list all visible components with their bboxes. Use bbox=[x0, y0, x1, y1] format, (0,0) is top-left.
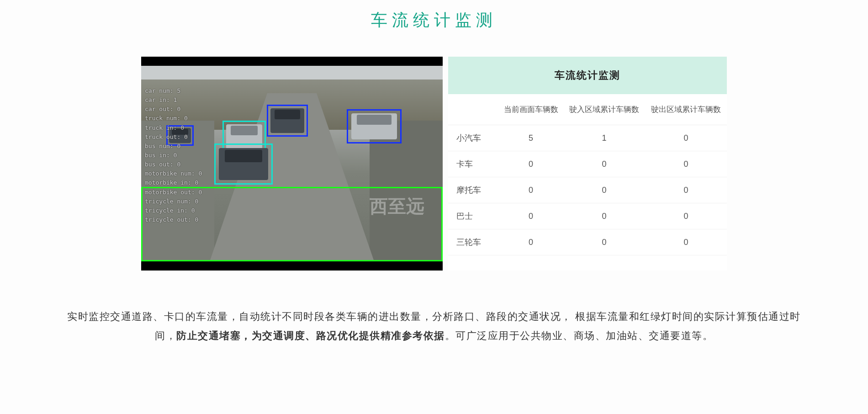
video-stats-overlay: car num: 5car in: 1car out: 0truck num: … bbox=[145, 86, 202, 224]
overlay-line: bus num: 0 bbox=[145, 142, 202, 151]
table-cell: 0 bbox=[645, 229, 727, 255]
stats-table-panel: 车流统计监测 当前画面车辆数 驶入区域累计车辆数 驶出区域累计车辆数 小汽车51… bbox=[448, 57, 727, 271]
overlay-line: truck in: 0 bbox=[145, 123, 202, 133]
table-row: 三轮车000 bbox=[448, 229, 727, 255]
desc-part3: 。可广泛应用于公共物业、商场、加油站、交通要道等。 bbox=[445, 330, 714, 341]
table-cell: 0 bbox=[645, 203, 727, 229]
table-cell: 0 bbox=[563, 229, 645, 255]
overlay-line: truck out: 0 bbox=[145, 133, 202, 142]
stats-table: 当前画面车辆数 驶入区域累计车辆数 驶出区域累计车辆数 小汽车510卡车000摩… bbox=[448, 94, 727, 255]
detection-box bbox=[267, 105, 308, 137]
table-cell: 摩托车 bbox=[448, 177, 498, 203]
overlay-line: motorbike out: 0 bbox=[145, 188, 202, 197]
scene-sky bbox=[141, 66, 443, 80]
table-header-current: 当前画面车辆数 bbox=[498, 94, 563, 125]
table-cell: 0 bbox=[645, 125, 727, 151]
table-cell: 0 bbox=[498, 203, 563, 229]
table-cell: 巴士 bbox=[448, 203, 498, 229]
page-title: 车流统计监测 bbox=[0, 9, 868, 32]
description-text: 实时监控交通道路、卡口的车流量，自动统计不同时段各类车辆的进出数量，分析路口、路… bbox=[0, 307, 868, 345]
table-row: 卡车000 bbox=[448, 151, 727, 177]
table-cell: 0 bbox=[563, 151, 645, 177]
video-panel: 西至远 car num: 5car in: 1car out: 0truck n… bbox=[141, 57, 443, 271]
overlay-line: tricycle out: 0 bbox=[145, 215, 202, 224]
overlay-line: bus out: 0 bbox=[145, 160, 202, 169]
overlay-line: tricycle num: 0 bbox=[145, 197, 202, 206]
table-cell: 0 bbox=[498, 177, 563, 203]
car-icon bbox=[219, 148, 268, 180]
table-header-blank bbox=[448, 94, 498, 125]
table-header-in: 驶入区域累计车辆数 bbox=[563, 94, 645, 125]
table-cell: 0 bbox=[498, 151, 563, 177]
overlay-line: motorbike in: 0 bbox=[145, 178, 202, 187]
desc-bold: 防止交通堵塞，为交通调度、路况优化提供精准参考依据 bbox=[176, 330, 445, 341]
car-icon bbox=[270, 108, 304, 133]
detection-box bbox=[214, 143, 273, 185]
desc-part1: 实时监控交通道路、卡口的车流量，自动统计不同时段各类车辆的进出数量，分析路口、路… bbox=[67, 311, 572, 322]
table-header-row: 当前画面车辆数 驶入区域累计车辆数 驶出区域累计车辆数 bbox=[448, 94, 727, 125]
table-cell: 卡车 bbox=[448, 151, 498, 177]
detection-box bbox=[347, 109, 402, 143]
overlay-line: car num: 5 bbox=[145, 86, 202, 96]
video-scene: 西至远 car num: 5car in: 1car out: 0truck n… bbox=[141, 66, 443, 261]
table-row: 小汽车510 bbox=[448, 125, 727, 151]
car-icon bbox=[351, 113, 397, 140]
overlay-line: car in: 1 bbox=[145, 96, 202, 105]
table-cell: 0 bbox=[498, 229, 563, 255]
table-cell: 小汽车 bbox=[448, 125, 498, 151]
table-cell: 0 bbox=[645, 151, 727, 177]
overlay-line: bus in: 0 bbox=[145, 151, 202, 160]
table-cell: 三轮车 bbox=[448, 229, 498, 255]
table-row: 巴士000 bbox=[448, 203, 727, 229]
table-cell: 0 bbox=[563, 177, 645, 203]
table-cell: 5 bbox=[498, 125, 563, 151]
table-cell: 0 bbox=[645, 177, 727, 203]
overlay-line: motorbike num: 0 bbox=[145, 169, 202, 178]
table-header-out: 驶出区域累计车辆数 bbox=[645, 94, 727, 125]
table-cell: 0 bbox=[563, 203, 645, 229]
overlay-line: tricycle in: 0 bbox=[145, 206, 202, 215]
table-cell: 1 bbox=[563, 125, 645, 151]
overlay-line: truck num: 0 bbox=[145, 114, 202, 123]
overlay-line: car out: 0 bbox=[145, 105, 202, 114]
table-row: 摩托车000 bbox=[448, 177, 727, 203]
table-title: 车流统计监测 bbox=[448, 57, 727, 94]
